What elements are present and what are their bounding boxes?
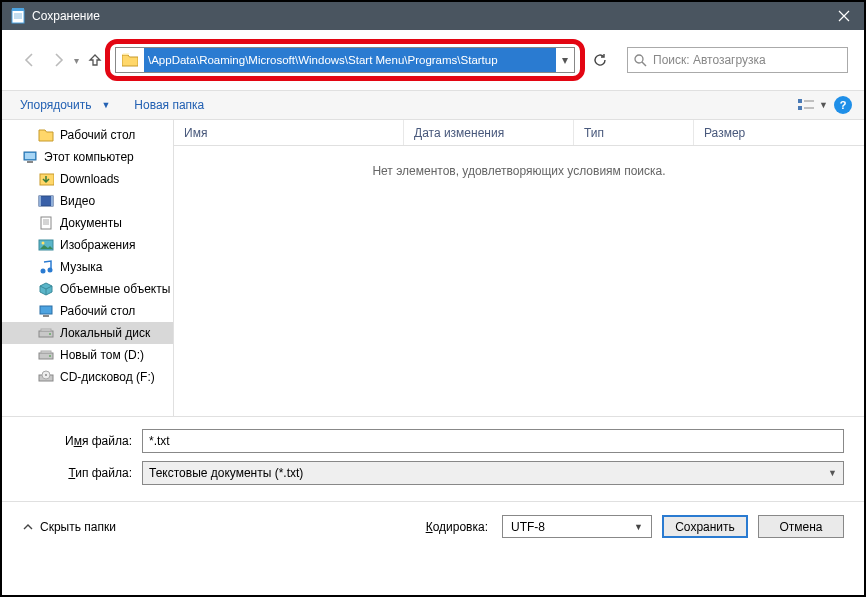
svg-rect-14 xyxy=(40,174,54,185)
filetype-value: Текстовые документы (*.txt) xyxy=(149,466,303,480)
svg-line-6 xyxy=(642,62,646,66)
svg-rect-13 xyxy=(27,161,33,163)
drive-icon xyxy=(38,325,54,341)
address-bar[interactable]: \AppData\Roaming\Microsoft\Windows\Start… xyxy=(115,47,575,73)
tree-item-label: Этот компьютер xyxy=(44,150,134,164)
cddrive-icon xyxy=(38,369,54,385)
svg-rect-27 xyxy=(43,315,49,317)
svg-rect-8 xyxy=(798,106,802,110)
filetype-label: Тип файла: xyxy=(22,466,142,480)
tree-item[interactable]: Рабочий стол xyxy=(2,300,173,322)
svg-rect-17 xyxy=(51,196,53,206)
tree-item-label: Downloads xyxy=(60,172,119,186)
encoding-combo[interactable]: UTF-8 ▼ xyxy=(502,515,652,538)
svg-rect-7 xyxy=(798,99,802,103)
tree-item-label: Видео xyxy=(60,194,95,208)
svg-rect-33 xyxy=(41,351,51,353)
svg-point-23 xyxy=(42,242,45,245)
tree-item-label: Рабочий стол xyxy=(60,128,135,142)
tree-item-label: Рабочий стол xyxy=(60,304,135,318)
video-icon xyxy=(38,193,54,209)
file-list: Имя Дата изменения Тип Размер Нет элемен… xyxy=(174,120,864,416)
toolbar: Упорядочить ▼ Новая папка ▼ ? xyxy=(2,90,864,120)
tree-item[interactable]: Объемные объекты xyxy=(2,278,173,300)
chevron-up-icon xyxy=(22,521,34,533)
col-size[interactable]: Размер xyxy=(694,120,864,145)
svg-rect-15 xyxy=(39,196,53,206)
desktop2-icon xyxy=(38,303,54,319)
tree-item[interactable]: Изображения xyxy=(2,234,173,256)
tree-item-label: Документы xyxy=(60,216,122,230)
tree-item[interactable]: CD-дисковод (F:) xyxy=(2,366,173,388)
view-icon xyxy=(797,98,817,112)
music-icon xyxy=(38,259,54,275)
back-button[interactable] xyxy=(18,48,42,72)
tree-item[interactable]: Документы xyxy=(2,212,173,234)
svg-point-24 xyxy=(41,269,46,274)
col-type[interactable]: Тип xyxy=(574,120,694,145)
encoding-value: UTF-8 xyxy=(511,520,545,534)
nav-tree[interactable]: Рабочий столЭтот компьютерDownloadsВидео… xyxy=(2,120,174,416)
tree-item[interactable]: Этот компьютер xyxy=(2,146,173,168)
filename-label: Имя файла: xyxy=(22,434,142,448)
encoding-label: Кодировка: xyxy=(426,520,488,534)
search-input[interactable]: Поиск: Автозагрузка xyxy=(627,47,848,73)
window-title: Сохранение xyxy=(32,9,824,23)
tree-item[interactable]: Локальный диск xyxy=(2,322,173,344)
up-button[interactable] xyxy=(83,48,107,72)
recent-dropdown[interactable]: ▾ xyxy=(74,55,79,66)
save-button[interactable]: Сохранить xyxy=(662,515,748,538)
documents-icon xyxy=(38,215,54,231)
col-date[interactable]: Дата изменения xyxy=(404,120,574,145)
tree-item-label: Музыка xyxy=(60,260,102,274)
svg-rect-12 xyxy=(25,153,35,159)
organize-menu[interactable]: Упорядочить xyxy=(14,94,97,116)
view-menu[interactable]: ▼ xyxy=(797,98,828,112)
filename-input[interactable] xyxy=(142,429,844,453)
tree-item-label: Объемные объекты xyxy=(60,282,170,296)
close-button[interactable] xyxy=(824,2,864,30)
svg-rect-26 xyxy=(40,306,52,314)
empty-message: Нет элементов, удовлетворяющих условиям … xyxy=(174,164,864,178)
3dobjects-icon xyxy=(38,281,54,297)
help-button[interactable]: ? xyxy=(834,96,852,114)
svg-point-5 xyxy=(635,55,643,63)
notepad-icon xyxy=(10,8,26,24)
filetype-combo[interactable]: Текстовые документы (*.txt) ▼ xyxy=(142,461,844,485)
tree-item[interactable]: Рабочий стол xyxy=(2,124,173,146)
hide-folders-button[interactable]: Скрыть папки xyxy=(22,520,116,534)
search-placeholder: Поиск: Автозагрузка xyxy=(653,53,766,67)
tree-item[interactable]: Видео xyxy=(2,190,173,212)
main-area: Рабочий столЭтот компьютерDownloadsВидео… xyxy=(2,120,864,416)
chevron-down-icon: ▼ xyxy=(828,468,837,478)
svg-point-29 xyxy=(49,333,51,335)
address-path[interactable]: \AppData\Roaming\Microsoft\Windows\Start… xyxy=(144,48,556,72)
desktop-icon xyxy=(38,127,54,143)
drive-icon xyxy=(38,347,54,363)
tree-item-label: CD-дисковод (F:) xyxy=(60,370,155,384)
svg-rect-30 xyxy=(41,329,51,331)
tree-item-label: Новый том (D:) xyxy=(60,348,144,362)
footer: Скрыть папки Кодировка: UTF-8 ▼ Сохранит… xyxy=(2,501,864,551)
tree-item[interactable]: Downloads xyxy=(2,168,173,190)
address-dropdown[interactable]: ▾ xyxy=(556,53,574,67)
cancel-button[interactable]: Отмена xyxy=(758,515,844,538)
downloads-icon xyxy=(38,171,54,187)
folder-icon xyxy=(120,50,140,70)
chevron-down-icon: ▼ xyxy=(634,522,643,532)
search-icon xyxy=(634,54,647,67)
svg-point-25 xyxy=(48,268,53,273)
tree-item-label: Локальный диск xyxy=(60,326,150,340)
svg-rect-16 xyxy=(39,196,41,206)
svg-point-32 xyxy=(49,355,51,357)
thispc-icon xyxy=(22,149,38,165)
form-area: Имя файла: Тип файла: Текстовые документ… xyxy=(2,416,864,501)
col-name[interactable]: Имя xyxy=(174,120,404,145)
chevron-down-icon[interactable]: ▼ xyxy=(101,100,110,110)
tree-item[interactable]: Новый том (D:) xyxy=(2,344,173,366)
tree-item[interactable]: Музыка xyxy=(2,256,173,278)
new-folder-button[interactable]: Новая папка xyxy=(128,94,210,116)
forward-button[interactable] xyxy=(46,48,70,72)
refresh-button[interactable] xyxy=(587,47,613,73)
column-headers: Имя Дата изменения Тип Размер xyxy=(174,120,864,146)
